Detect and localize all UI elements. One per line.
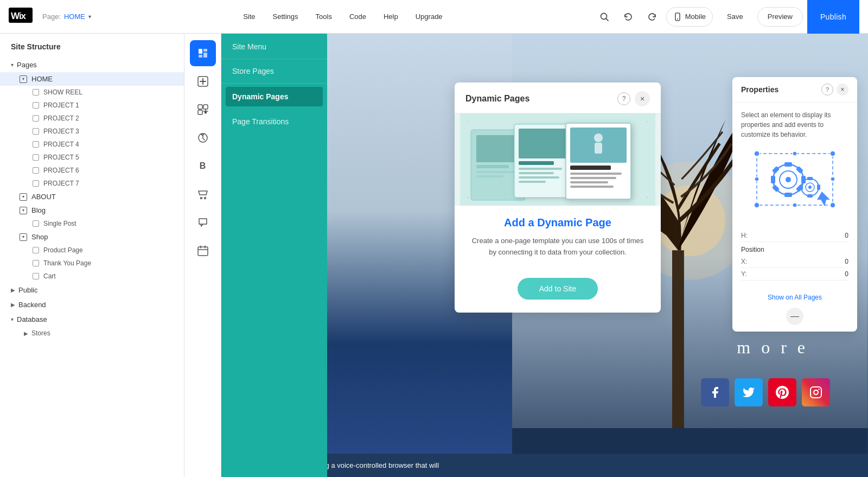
- svg-rect-9: [203, 53, 207, 58]
- pages-panel-page-transitions[interactable]: Page Transitions: [221, 110, 327, 133]
- tree-subitem-product-page[interactable]: Product Page: [0, 244, 184, 257]
- section-database[interactable]: ▾ Database: [0, 312, 184, 327]
- sidebar-icon-chat[interactable]: [190, 209, 216, 236]
- svg-point-67: [793, 151, 797, 156]
- search-button[interactable]: [595, 7, 614, 27]
- svg-point-70: [831, 177, 835, 181]
- properties-help-button[interactable]: ?: [821, 84, 833, 96]
- add-to-site-button[interactable]: Add to Site: [518, 278, 598, 300]
- tree-item-about[interactable]: ▾ ABOUT: [0, 190, 184, 203]
- svg-point-2: [601, 13, 607, 19]
- tree-subitem-project4[interactable]: PROJECT 4: [0, 138, 184, 151]
- svg-line-3: [606, 18, 608, 21]
- svg-point-84: [808, 186, 812, 189]
- undo-button[interactable]: [618, 7, 638, 27]
- svg-rect-52: [570, 166, 611, 170]
- svg-text:Wix: Wix: [11, 11, 27, 21]
- dialog-close-button[interactable]: ×: [635, 91, 650, 106]
- sidebar-icon-add-apps[interactable]: [190, 97, 216, 123]
- svg-rect-38: [476, 165, 509, 168]
- page-icon-project5: [33, 154, 39, 161]
- tree-subitem-showreel[interactable]: SHOW REEL: [0, 86, 184, 99]
- mobile-button[interactable]: Mobile: [666, 7, 713, 27]
- dialog-footer: Add to Site: [455, 269, 661, 313]
- nav-site[interactable]: Site: [234, 0, 264, 34]
- tree-subitem-label-project4: PROJECT 4: [43, 141, 79, 148]
- tree-subitem-project6[interactable]: PROJECT 6: [0, 164, 184, 177]
- sidebar-icon-app-market[interactable]: B: [190, 153, 216, 179]
- dialog-title: Dynamic Pages: [465, 94, 529, 104]
- svg-point-61: [647, 197, 648, 198]
- nav-upgrade[interactable]: Upgrade: [407, 0, 451, 34]
- h-label: H:: [741, 232, 748, 239]
- tree-subitem-label-cart: Cart: [43, 272, 56, 280]
- pages-group-header[interactable]: ▾ Pages: [0, 58, 184, 72]
- tree-subitem-thank-you-page[interactable]: Thank You Page: [0, 257, 184, 270]
- tree-item-blog[interactable]: ▾ Blog: [0, 203, 184, 217]
- instagram-icon[interactable]: [802, 378, 830, 406]
- page-icon-thank-you-page: [33, 260, 39, 266]
- database-arrow: ▾: [11, 316, 14, 322]
- backend-label: Backend: [18, 301, 46, 309]
- sidebar-icon-pages[interactable]: [190, 40, 216, 66]
- page-icon-single-post: [33, 220, 39, 227]
- tree-item-label-blog: Blog: [31, 206, 46, 214]
- svg-point-58: [468, 121, 469, 122]
- svg-point-23: [204, 198, 206, 199]
- tree-subitem-cart[interactable]: Cart: [0, 270, 184, 283]
- properties-close-button[interactable]: ×: [837, 84, 848, 96]
- icon-sidebar: B: [184, 34, 221, 477]
- pages-panel-dynamic-pages[interactable]: Dynamic Pages: [226, 87, 323, 106]
- pages-panel-store-pages[interactable]: Store Pages: [221, 59, 327, 84]
- tree-subitem-single-post[interactable]: Single Post: [0, 217, 184, 230]
- publish-button[interactable]: Publish: [807, 0, 859, 34]
- y-label: Y:: [741, 270, 747, 278]
- save-button[interactable]: Save: [717, 7, 753, 27]
- page-icon-blog: ▾: [20, 207, 27, 214]
- svg-rect-44: [519, 168, 562, 170]
- sidebar-icon-calendar[interactable]: [190, 238, 216, 264]
- tree-subitem-project7[interactable]: PROJECT 7: [0, 177, 184, 190]
- sidebar-icon-store[interactable]: [190, 181, 216, 207]
- svg-point-50: [594, 133, 603, 142]
- sidebar-icon-add-section[interactable]: [190, 68, 216, 94]
- page-icon-product-page: [33, 247, 39, 253]
- canvas-area: m o r e The creator of Firefox is makin: [221, 34, 868, 477]
- svg-rect-74: [784, 162, 792, 167]
- preview-button[interactable]: Preview: [757, 7, 803, 27]
- svg-point-66: [830, 202, 835, 208]
- nav-help[interactable]: Help: [375, 0, 407, 34]
- dialog-help-button[interactable]: ?: [617, 92, 630, 105]
- dynamic-pages-dialog: Dynamic Pages ? ×: [455, 82, 661, 313]
- tree-item-home[interactable]: ▾ HOME: [0, 72, 184, 86]
- svg-point-22: [200, 198, 202, 199]
- facebook-icon[interactable]: [701, 378, 729, 406]
- svg-rect-53: [570, 173, 622, 175]
- page-selector[interactable]: Page: HOME ▾: [42, 12, 91, 21]
- collapse-button[interactable]: —: [786, 308, 803, 325]
- nav-tools[interactable]: Tools: [307, 0, 341, 34]
- twitter-icon[interactable]: [735, 378, 763, 406]
- section-public[interactable]: ▶ Public: [0, 283, 184, 297]
- topbar: Wix Page: HOME ▾ Site Settings Tools Cod…: [0, 0, 868, 34]
- dialog-heading: Add a Dynamic Page: [468, 217, 648, 229]
- tree-subitem-project1[interactable]: PROJECT 1: [0, 99, 184, 112]
- show-on-all-pages-button[interactable]: Show on All Pages: [732, 289, 857, 303]
- nav-code[interactable]: Code: [341, 0, 375, 34]
- tree-subitem-project2[interactable]: PROJECT 2: [0, 112, 184, 125]
- svg-rect-6: [199, 49, 202, 54]
- sidebar-icon-media[interactable]: [190, 125, 216, 151]
- svg-rect-51: [595, 143, 602, 154]
- redo-button[interactable]: [642, 7, 662, 27]
- tree-subitem-project3[interactable]: PROJECT 3: [0, 125, 184, 138]
- svg-point-64: [830, 151, 835, 156]
- tree-item-shop[interactable]: ▾ Shop: [0, 230, 184, 244]
- tree-subitem-stores[interactable]: ▶ Stores: [0, 327, 184, 340]
- tree-subitem-project5[interactable]: PROJECT 5: [0, 151, 184, 164]
- svg-rect-46: [519, 176, 559, 179]
- pages-panel-site-menu[interactable]: Site Menu: [221, 34, 327, 59]
- pinterest-icon[interactable]: [768, 378, 796, 406]
- section-backend[interactable]: ▶ Backend: [0, 297, 184, 312]
- top-nav: Site Settings Tools Code Help Upgrade: [91, 0, 595, 34]
- nav-settings[interactable]: Settings: [264, 0, 307, 34]
